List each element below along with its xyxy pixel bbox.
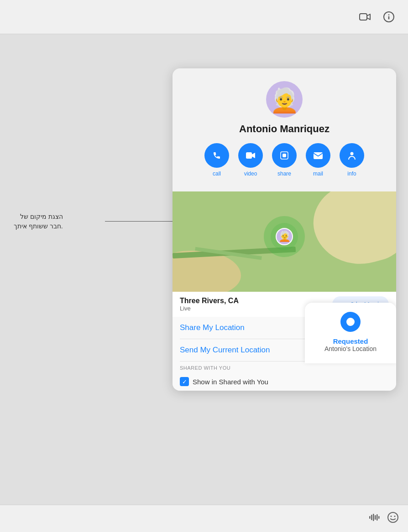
svg-point-17 <box>394 516 396 517</box>
mail-button[interactable]: mail <box>306 143 330 177</box>
action-buttons: call video <box>204 143 364 179</box>
notification-overlay: Requested Antonio's Location <box>305 303 396 363</box>
location-city: Three Rivers, CA <box>180 297 239 305</box>
annotation-text: הצגת מיקום של .חבר ששותף איתך <box>14 212 63 231</box>
info-contact-button[interactable]: info <box>340 143 364 177</box>
waveform-icon[interactable] <box>369 513 381 525</box>
svg-rect-6 <box>282 154 286 157</box>
map-pin[interactable]: 🧑‍🦳 <box>264 216 305 257</box>
notification-dot <box>340 312 361 332</box>
svg-point-15 <box>388 512 398 522</box>
svg-rect-9 <box>369 516 371 519</box>
svg-rect-12 <box>375 515 376 520</box>
location-status: Live <box>180 305 239 312</box>
svg-point-16 <box>391 516 392 517</box>
svg-rect-3 <box>388 16 389 20</box>
contact-panel: 🧑‍🦳 Antonio Manriquez call <box>173 68 396 391</box>
svg-rect-13 <box>377 514 378 521</box>
call-button[interactable]: call <box>204 143 229 177</box>
svg-point-8 <box>350 152 354 155</box>
notification-title: Requested <box>333 337 368 345</box>
avatar: 🧑‍🦳 <box>266 81 303 118</box>
svg-rect-0 <box>360 14 367 20</box>
map-container[interactable]: 🧑‍🦳 <box>173 191 396 292</box>
show-in-shared-row[interactable]: ✓ Show in Shared with You <box>180 372 389 391</box>
svg-rect-14 <box>378 516 380 519</box>
svg-rect-10 <box>371 515 372 520</box>
svg-rect-11 <box>373 514 374 521</box>
notification-subtitle: Antonio's Location <box>324 345 377 352</box>
svg-rect-4 <box>246 152 252 159</box>
main-area: הצגת מיקום של .חבר ששותף איתך 🧑‍🦳 Antoni… <box>0 34 408 505</box>
share-button[interactable]: share <box>272 143 297 177</box>
top-bar <box>0 0 408 34</box>
svg-point-2 <box>388 14 389 15</box>
contact-name: Antonio Manriquez <box>239 123 330 135</box>
checkbox-icon[interactable]: ✓ <box>180 377 189 386</box>
info-button[interactable] <box>381 9 397 25</box>
video-button[interactable]: video <box>238 143 263 177</box>
video-call-button[interactable] <box>357 9 373 25</box>
emoji-icon[interactable] <box>387 511 399 526</box>
panel-header: 🧑‍🦳 Antonio Manriquez call <box>173 68 396 186</box>
show-in-shared-label: Show in Shared with You <box>193 378 268 386</box>
bottom-bar <box>0 505 408 532</box>
annotation-line <box>105 221 173 222</box>
